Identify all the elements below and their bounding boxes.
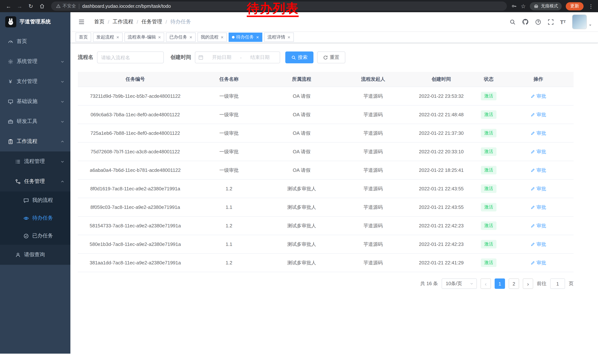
table-row: a6aba0a4-7b6d-11ec-b781-acde48001122 一级审… [78, 161, 573, 179]
sidebar-item-payment[interactable]: ¥ 支付管理 [0, 72, 70, 91]
sidebar-item-process-management[interactable]: 流程管理 [0, 152, 70, 171]
cell-created: 2022-01-22 23:53:32 [408, 87, 474, 105]
approve-link[interactable]: 审批 [531, 241, 546, 248]
close-icon[interactable]: × [221, 35, 224, 40]
tab-process-form-edit[interactable]: 流程表单-编辑 × [124, 32, 164, 42]
avatar[interactable] [572, 15, 587, 29]
close-icon[interactable]: × [189, 35, 192, 40]
breadcrumb-workflow[interactable]: 工作流程 [113, 18, 133, 25]
approve-link[interactable]: 审批 [531, 222, 546, 229]
tab-done-tasks[interactable]: 已办任务 × [166, 32, 195, 42]
home-icon[interactable] [37, 1, 47, 11]
browser-menu-icon[interactable]: ⋮ [588, 3, 594, 9]
sidebar: 芋道管理系统 首页 系统管理 ¥ 支付管理 基础设施 [0, 12, 70, 354]
sidebar-item-dev-tools[interactable]: 研发工具 [0, 112, 70, 131]
table-row: 580e1b3d-7ac8-11ec-a9e2-a2380e71991a 1.1… [78, 235, 573, 253]
goto-page-input[interactable] [550, 278, 565, 289]
sidebar-item-my-processes[interactable]: 我的流程 [0, 191, 70, 209]
cell-process: 测试多审批人 [265, 198, 338, 217]
cell-initiator: 芋道源码 [338, 198, 408, 217]
toolbox-icon [8, 119, 13, 124]
tab-todo-tasks[interactable]: 待办任务 × [229, 32, 262, 42]
font-size-icon[interactable]: TT [560, 19, 566, 25]
tab-my-processes[interactable]: 我的流程 × [198, 32, 227, 42]
prev-page-button[interactable]: ‹ [481, 278, 491, 289]
edit-pen-icon [531, 94, 535, 98]
breadcrumb-current: 待办任务 [170, 18, 191, 25]
column-header-task-id: 任务编号 [78, 72, 193, 87]
tab-label: 流程详情 [267, 34, 285, 40]
approve-link[interactable]: 审批 [531, 185, 546, 192]
date-range-picker[interactable]: 开始日期 - 结束日期 [195, 51, 280, 63]
chat-icon [23, 198, 29, 203]
sidebar-item-done-tasks[interactable]: 已办任务 [0, 227, 70, 245]
tab-process-detail[interactable]: 流程详情 × [264, 32, 294, 42]
breadcrumb-task-management[interactable]: 任务管理 [141, 18, 162, 25]
security-indicator[interactable]: 不安全 [56, 3, 76, 9]
sidebar-item-infrastructure[interactable]: 基础设施 [0, 91, 70, 112]
cell-process: OA 请假 [265, 87, 338, 105]
sidebar-item-workflow[interactable]: 工作流程 [0, 131, 70, 152]
table-row: 725a1eb6-7b88-11ec-8ef0-acde48001122 一级审… [78, 124, 573, 142]
range-separator: - [240, 55, 242, 60]
tab-label: 我的流程 [201, 34, 219, 40]
close-icon[interactable]: × [288, 35, 290, 40]
cell-process: OA 请假 [265, 142, 338, 161]
approve-link[interactable]: 审批 [531, 130, 546, 137]
column-header-task-name: 任务名称 [193, 72, 265, 87]
close-icon[interactable]: × [116, 35, 119, 40]
github-icon[interactable] [522, 18, 529, 25]
page-size-select[interactable]: 10条/页 [442, 278, 477, 289]
page-button-2[interactable]: 2 [509, 278, 519, 289]
chevron-up-icon [60, 179, 65, 184]
next-page-button[interactable]: › [523, 278, 533, 289]
search-button[interactable]: 搜索 [285, 51, 314, 63]
help-icon[interactable] [535, 19, 541, 25]
user-menu[interactable] [572, 15, 592, 29]
close-icon[interactable]: × [158, 35, 161, 40]
bookmark-star-icon[interactable]: ☆ [521, 3, 526, 9]
process-name-input[interactable] [97, 51, 164, 63]
sidebar-item-todo-tasks[interactable]: 待办任务 [0, 209, 70, 227]
approve-link[interactable]: 审批 [531, 259, 546, 266]
edit-pen-icon [531, 205, 535, 209]
sidebar-toggle-icon[interactable] [77, 17, 86, 26]
sidebar-item-home[interactable]: 首页 [0, 32, 70, 51]
breadcrumb-separator: / [108, 19, 109, 25]
approve-link[interactable]: 审批 [531, 148, 546, 155]
cell-process: OA 请假 [265, 105, 338, 124]
table-row: 381aa1dd-7ac8-11ec-a9e2-a2380e71991a 1.2… [78, 253, 573, 272]
sidebar-item-leave-query[interactable]: 请假查询 [0, 245, 70, 265]
cell-task-name: 一级审批 [193, 161, 265, 179]
approve-link[interactable]: 审批 [531, 111, 546, 118]
back-icon[interactable]: ← [4, 1, 13, 11]
sidebar-item-task-management[interactable]: 任务管理 [0, 171, 70, 191]
cell-initiator: 芋道源码 [338, 161, 408, 179]
app-logo[interactable]: 芋道管理系统 [0, 12, 70, 32]
approve-link[interactable]: 审批 [531, 93, 546, 99]
close-icon[interactable]: × [256, 35, 259, 40]
fullscreen-icon[interactable] [548, 19, 554, 25]
cell-created: 2022-01-21 22:42:23 [408, 235, 474, 253]
browser-update-button[interactable]: 更新 [566, 2, 583, 10]
search-icon[interactable] [509, 19, 515, 25]
url-divider [79, 4, 79, 9]
dashboard-icon [8, 39, 13, 44]
forward-icon[interactable]: → [15, 1, 25, 11]
tab-home[interactable]: 首页 [75, 32, 91, 42]
cell-task-name: 1.2 [193, 217, 265, 235]
url-text: dashboard.yudao.iocoder.cn/bpm/task/todo [82, 4, 171, 9]
cell-initiator: 芋道源码 [338, 235, 408, 253]
process-name-label: 流程名 [78, 54, 93, 61]
reload-icon[interactable]: ↻ [26, 1, 36, 11]
breadcrumb-home[interactable]: 首页 [94, 18, 105, 25]
page-button-1[interactable]: 1 [495, 278, 505, 289]
approve-link[interactable]: 审批 [531, 204, 546, 210]
cell-created: 2022-01-21 22:43:55 [408, 179, 474, 198]
approve-link[interactable]: 审批 [531, 167, 546, 173]
reset-button[interactable]: 重置 [317, 51, 345, 63]
gear-icon [8, 59, 13, 64]
sidebar-item-system[interactable]: 系统管理 [0, 51, 70, 72]
key-icon[interactable] [511, 3, 517, 9]
tab-start-process[interactable]: 发起流程 × [93, 32, 123, 42]
